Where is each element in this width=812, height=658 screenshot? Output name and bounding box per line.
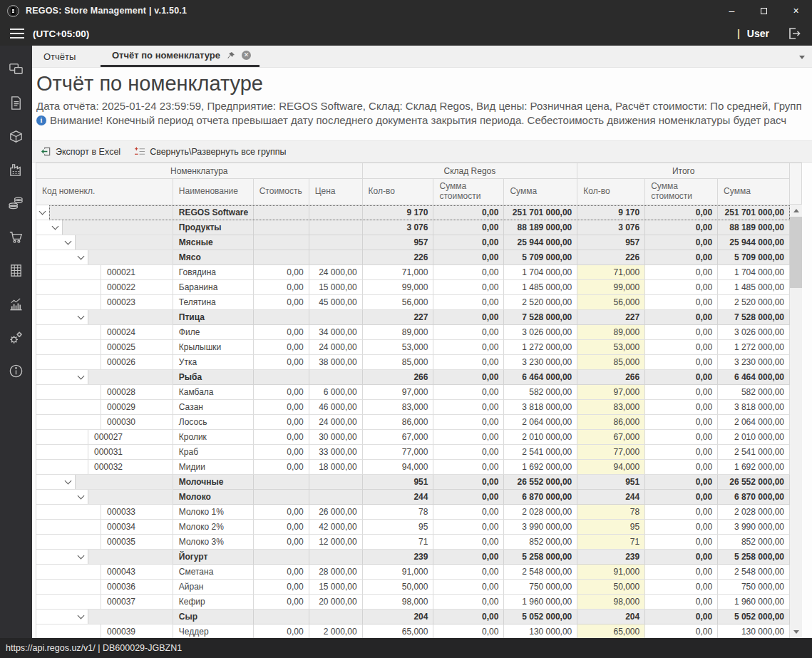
column-header-col-tot-sum[interactable]: Сумма: [718, 179, 790, 205]
cell-price: 28 000,00: [309, 565, 363, 580]
regos-logo-icon: [7, 5, 19, 17]
chevron-down-icon[interactable]: [52, 223, 59, 230]
group-fill: [88, 310, 173, 324]
table-row[interactable]: 000033Молоко 1%0,0026 000,00780,002 028 …: [36, 505, 790, 520]
sidebar-item-info[interactable]: [0, 354, 32, 388]
cell-price: [309, 475, 363, 490]
table-row[interactable]: 000034Молоко 2%0,0042 000,00950,003 990 …: [36, 520, 790, 535]
table-row[interactable]: 000032Мидии0,0018 000,0094,0000,001 692 …: [36, 460, 790, 475]
tab-close-icon[interactable]: ✕: [242, 51, 251, 60]
cell-code: 000034: [36, 520, 173, 535]
table-row[interactable]: 000028Камбала0,006 000,0097,0000,00582 0…: [36, 385, 790, 400]
cell-name: Камбала: [173, 385, 254, 400]
info-icon: i: [36, 115, 46, 125]
sidebar-item-factory[interactable]: [0, 153, 32, 187]
column-header-col-price[interactable]: Цена: [309, 179, 363, 205]
cell-wh-qty: 50,000: [363, 580, 434, 595]
table-row[interactable]: 000039Чеддер0,002 000,0065,0000,00130 00…: [36, 624, 790, 638]
chevron-down-icon[interactable]: [78, 612, 85, 620]
chevron-down-icon[interactable]: [78, 373, 85, 380]
table-row[interactable]: 000021Говядина0,0024 000,0071,0000,001 7…: [36, 265, 790, 280]
scroll-down-icon[interactable]: [790, 626, 802, 638]
table-row[interactable]: 000029Сазан0,0046 000,0083,0000,003 818 …: [36, 400, 790, 415]
cell-wh-sum: 2 520 000,00: [504, 295, 577, 310]
table-group-row[interactable]: Мясные9570,0025 944 000,009570,0025 944 …: [36, 235, 790, 250]
cell-wh-cost-sum: 0,00: [433, 310, 504, 325]
sidebar-item-document[interactable]: [0, 86, 32, 120]
logout-icon[interactable]: [786, 26, 802, 41]
table-row[interactable]: 000027Кролик0,0030 000,0067,0000,002 010…: [36, 430, 790, 445]
table-row[interactable]: 000043Сметана0,0028 000,0091,0000,002 54…: [36, 565, 790, 580]
sidebar-item-chart[interactable]: [0, 287, 32, 321]
user-name[interactable]: User: [747, 28, 769, 39]
collapse-expand-groups-button[interactable]: Свернуть\Развернуть все группы: [135, 146, 286, 157]
sidebar-item-cart[interactable]: [0, 220, 32, 254]
table-row[interactable]: 000022Баранина0,0015 000,0099,0000,001 4…: [36, 280, 790, 295]
cell-wh-sum: 6 870 000,00: [504, 490, 577, 505]
chevron-down-icon[interactable]: [78, 253, 85, 260]
table-row[interactable]: 000036Айран0,0015 000,0050,0000,00750 00…: [36, 580, 790, 595]
cell-tot-qty: 97,000: [577, 385, 645, 400]
hamburger-menu-icon[interactable]: [10, 29, 24, 38]
cell-wh-cost-sum: 0,00: [433, 535, 504, 550]
table-row[interactable]: 000025Крылышки0,0024 000,0053,0000,001 2…: [36, 340, 790, 355]
cell-tot-cost-sum: 0,00: [645, 340, 718, 355]
column-header-col-name[interactable]: Наименование: [173, 179, 254, 205]
group-fill: [88, 550, 173, 564]
chevron-down-icon[interactable]: [65, 238, 72, 245]
column-header-col-wh-sum[interactable]: Сумма: [504, 179, 577, 205]
cell-wh-qty: 67,000: [363, 430, 434, 445]
tab-list-dropdown-icon[interactable]: [799, 56, 805, 59]
table-row[interactable]: 000026Утка0,0038 000,0085,0000,003 230 0…: [36, 355, 790, 370]
tab-reports[interactable]: Отчёты: [32, 46, 101, 67]
sidebar-item-coins[interactable]: [0, 187, 32, 220]
table-group-row[interactable]: Продукты3 0760,0088 189 000,003 0760,008…: [36, 220, 790, 235]
chevron-down-icon[interactable]: [78, 493, 85, 500]
table-row[interactable]: 000035Молоко 3%0,0012 000,00710,00852 00…: [36, 535, 790, 550]
column-header-col-wh-cost-sum[interactable]: Сумма стоимости: [433, 179, 504, 205]
table-group-row[interactable]: Молоко2440,006 870 000,002440,006 870 00…: [36, 490, 790, 505]
sidebar-item-gears[interactable]: [0, 321, 32, 354]
cell-cost: [254, 220, 309, 235]
table-group-row[interactable]: Рыба2660,006 464 000,002660,006 464 000,…: [36, 370, 790, 385]
chevron-down-icon[interactable]: [39, 208, 46, 215]
table-row[interactable]: 000031Краб0,0033 000,0077,0000,002 541 0…: [36, 445, 790, 460]
group-fill: [49, 205, 173, 220]
export-excel-button[interactable]: Экспорт в Excel: [41, 146, 120, 157]
table-row[interactable]: 000024Филе0,0034 000,0089,0000,003 026 0…: [36, 325, 790, 340]
row-indent: [36, 475, 75, 489]
tab-nomenclature-report[interactable]: Отчёт по номенклатуре ✕: [101, 46, 259, 67]
sidebar-item-package[interactable]: [0, 120, 32, 153]
sidebar-item-displays[interactable]: [0, 53, 32, 86]
table-row[interactable]: 000037Кефир0,0020 000,0098,0000,001 960 …: [36, 595, 790, 610]
row-indent: [36, 565, 101, 579]
column-header-col-cost[interactable]: Стоимость: [254, 179, 309, 205]
column-header-col-tot-qty[interactable]: Кол-во: [577, 179, 645, 205]
row-indent: [36, 205, 49, 220]
pin-icon[interactable]: [227, 51, 235, 60]
table-group-row[interactable]: Йогурт2390,005 258 000,002390,005 258 00…: [36, 550, 790, 565]
table-group-row[interactable]: Мясо2260,005 709 000,002260,005 709 000,…: [36, 250, 790, 265]
table-group-row[interactable]: Птица2270,007 528 000,002270,007 528 000…: [36, 310, 790, 325]
chevron-down-icon[interactable]: [78, 313, 85, 320]
chevron-down-icon[interactable]: [65, 478, 72, 485]
table-group-row[interactable]: Молочные9510,0026 552 000,009510,0026 55…: [36, 475, 790, 490]
cell-tot-cost-sum: 0,00: [645, 535, 718, 550]
cell-price: 2 000,00: [309, 624, 363, 638]
scroll-up-icon[interactable]: [790, 205, 802, 217]
column-header-col-wh-qty[interactable]: Кол-во: [363, 179, 434, 205]
table-row[interactable]: 000023Телятина0,0045 000,0056,0000,002 5…: [36, 295, 790, 310]
cell-tot-cost-sum: 0,00: [645, 460, 718, 475]
table-group-row[interactable]: REGOS Software9 1700,00251 701 000,009 1…: [36, 205, 790, 220]
table-row[interactable]: 000030Лосось0,0024 000,0086,0000,002 064…: [36, 415, 790, 430]
scrollbar-thumb[interactable]: [790, 217, 802, 288]
chevron-down-icon[interactable]: [78, 552, 85, 560]
minimize-button[interactable]: –: [716, 0, 748, 21]
vertical-scrollbar[interactable]: [790, 205, 802, 638]
maximize-button[interactable]: [748, 0, 780, 21]
table-group-row[interactable]: Сыр2040,005 052 000,002040,005 052 000,0…: [36, 610, 790, 624]
sidebar-item-building[interactable]: [0, 254, 32, 287]
close-button[interactable]: ×: [780, 0, 812, 21]
column-header-col-tot-cost-sum[interactable]: Сумма стоимости: [645, 179, 718, 205]
column-header-col-code[interactable]: Код номенкл.: [36, 179, 173, 205]
